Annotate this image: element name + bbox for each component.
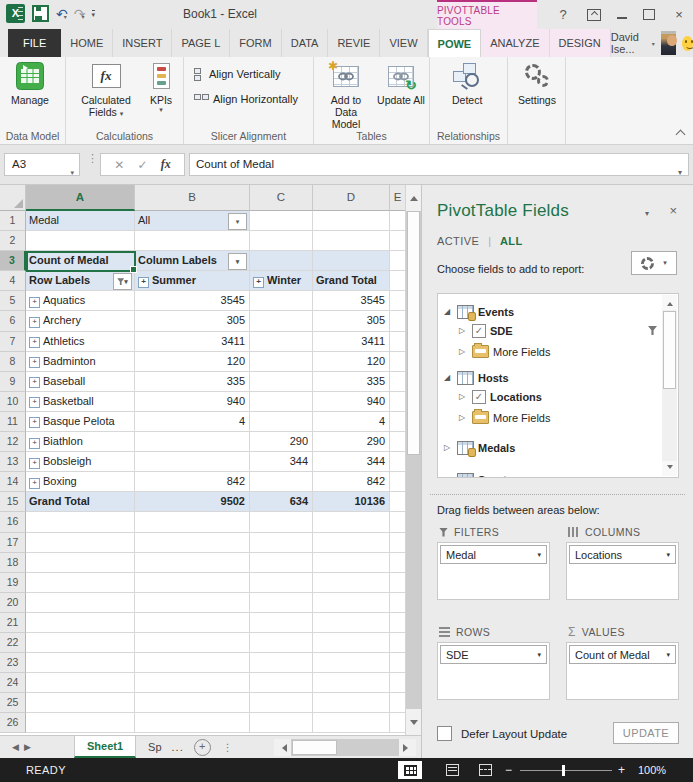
cell-b1[interactable]: All ▾ xyxy=(135,211,250,231)
row-header[interactable]: 1 xyxy=(0,211,26,231)
minimize-button[interactable] xyxy=(617,17,627,19)
filter-dropdown-icon[interactable]: ▾ xyxy=(228,253,247,270)
ribbon-display-options-icon[interactable] xyxy=(587,9,601,21)
vertical-scrollbar[interactable] xyxy=(405,185,421,735)
close-button[interactable]: × xyxy=(671,7,687,22)
scrollbar-thumb[interactable] xyxy=(663,311,676,389)
row-header[interactable]: 9 xyxy=(0,372,26,392)
winter-value-cell[interactable] xyxy=(250,332,313,352)
sport-cell[interactable]: +Aquatics xyxy=(26,291,135,311)
total-value-cell[interactable]: 3545 xyxy=(313,291,390,311)
checkbox-checked-icon[interactable]: ✓ xyxy=(472,324,486,338)
calculated-fields-button[interactable]: fx Calculated Fields ▾ xyxy=(74,60,138,120)
new-sheet-icon[interactable]: + xyxy=(194,739,211,756)
field-table-hosts[interactable]: ◢ Hosts xyxy=(438,368,666,387)
update-all-button[interactable]: ↻ Update All xyxy=(376,60,426,106)
expand-formula-bar-icon[interactable]: ▾ xyxy=(678,162,682,183)
column-header-e[interactable]: E xyxy=(390,185,405,211)
field-table-sports[interactable]: ▷ Sports xyxy=(438,470,666,478)
total-value-cell[interactable]: 120 xyxy=(313,352,390,372)
defer-checkbox[interactable] xyxy=(437,726,452,741)
feedback-smiley-icon[interactable] xyxy=(682,36,693,51)
sheet-nav-icons[interactable]: ◀ ▶ xyxy=(12,742,34,752)
expand-icon[interactable]: + xyxy=(29,377,40,388)
row-header[interactable]: 24 xyxy=(0,673,26,693)
row-header[interactable]: 17 xyxy=(0,533,26,553)
collapse-tree-icon[interactable]: ◢ xyxy=(444,373,453,382)
rows-field-chip[interactable]: SDE▾ xyxy=(440,645,547,664)
winter-value-cell[interactable] xyxy=(250,352,313,372)
row-header[interactable]: 13 xyxy=(0,452,26,472)
row-header[interactable]: 20 xyxy=(0,593,26,613)
tab-page-layout[interactable]: PAGE L xyxy=(172,29,230,57)
sport-cell[interactable]: +Baseball xyxy=(26,372,135,392)
zoom-out-icon[interactable]: − xyxy=(505,763,512,777)
restore-button[interactable] xyxy=(643,9,655,20)
expand-icon[interactable]: + xyxy=(138,277,149,288)
field-filter-icon[interactable] xyxy=(648,326,657,335)
row-header[interactable]: 15 xyxy=(0,492,26,512)
field-table-events[interactable]: ◢ Events xyxy=(438,302,666,321)
row-header[interactable]: 7 xyxy=(0,332,26,352)
sheet-tab-sheet1[interactable]: Sheet1 xyxy=(74,736,136,758)
user-menu-caret-icon[interactable]: ▾ xyxy=(652,40,655,47)
row-header[interactable]: 23 xyxy=(0,653,26,673)
tab-review[interactable]: REVIE xyxy=(328,29,380,57)
row-header[interactable]: 6 xyxy=(0,311,26,331)
total-value-cell[interactable]: 335 xyxy=(313,372,390,392)
scroll-left-icon[interactable] xyxy=(274,739,291,756)
horizontal-scrollbar[interactable] xyxy=(274,739,416,756)
field-locations[interactable]: ▷ ✓ Locations xyxy=(438,387,679,406)
collapse-ribbon-icon[interactable] xyxy=(675,128,685,138)
sport-cell[interactable]: +Badminton xyxy=(26,352,135,372)
zoom-slider[interactable] xyxy=(520,770,612,771)
help-button[interactable]: ? xyxy=(555,7,571,22)
total-value-cell[interactable]: 3411 xyxy=(313,332,390,352)
scroll-down-icon[interactable] xyxy=(662,461,677,476)
tab-home[interactable]: HOME xyxy=(61,29,113,57)
insert-function-icon[interactable]: fx xyxy=(161,157,171,172)
expand-icon[interactable]: + xyxy=(29,357,40,368)
row-header[interactable]: 22 xyxy=(0,633,26,653)
scroll-up-icon[interactable] xyxy=(662,295,677,310)
tab-analyze[interactable]: ANALYZE xyxy=(481,29,549,57)
name-box[interactable]: A3 ▾ xyxy=(4,153,80,176)
sport-cell[interactable]: +Athletics xyxy=(26,332,135,352)
column-header-a[interactable]: A xyxy=(26,185,135,211)
tab-all-fields[interactable]: ALL xyxy=(500,235,523,247)
scroll-down-icon[interactable] xyxy=(406,709,421,735)
expand-tree-icon[interactable]: ▷ xyxy=(444,475,453,478)
checkbox-checked-icon[interactable]: ✓ xyxy=(472,390,486,404)
total-value-cell[interactable]: 305 xyxy=(313,311,390,331)
formula-input[interactable]: Count of Medal ▾ xyxy=(189,153,689,176)
row-header[interactable]: 16 xyxy=(0,512,26,532)
row-header[interactable]: 5 xyxy=(0,291,26,311)
field-more-fields-events[interactable]: ▷ More Fields xyxy=(438,342,679,361)
row-header[interactable]: 18 xyxy=(0,553,26,573)
filters-area-box[interactable]: Medal▾ xyxy=(437,542,550,600)
field-list-scrollbar[interactable] xyxy=(662,295,677,476)
update-button[interactable]: UPDATE xyxy=(613,722,679,744)
expand-icon[interactable]: + xyxy=(29,297,40,308)
row-header[interactable]: 2 xyxy=(0,231,26,251)
zoom-level[interactable]: 100% xyxy=(638,764,666,776)
filter-dropdown-icon[interactable]: ▾ xyxy=(228,213,247,230)
collapse-tree-icon[interactable]: ◢ xyxy=(444,307,453,316)
sheet-tab-partial[interactable]: Sp xyxy=(142,741,167,753)
row-header[interactable]: 11 xyxy=(0,412,26,432)
column-header-b[interactable]: B xyxy=(135,185,250,211)
expand-icon[interactable]: + xyxy=(29,478,40,489)
user-avatar[interactable] xyxy=(661,31,677,55)
expand-icon[interactable]: + xyxy=(29,317,40,328)
summer-value-cell[interactable]: 335 xyxy=(135,372,250,392)
row-header[interactable]: 21 xyxy=(0,613,26,633)
sport-cell[interactable]: +Biathlon xyxy=(26,432,135,452)
sport-cell[interactable]: +Bobsleigh xyxy=(26,452,135,472)
winter-value-cell[interactable] xyxy=(250,472,313,492)
cell-d4[interactable]: Grand Total xyxy=(313,271,390,291)
summer-value-cell[interactable]: 842 xyxy=(135,472,250,492)
tab-file[interactable]: FILE xyxy=(8,29,61,57)
zoom-in-icon[interactable]: + xyxy=(618,763,625,777)
confirm-entry-icon[interactable]: ✓ xyxy=(138,158,148,172)
hidden-sheets-indicator[interactable]: ... xyxy=(172,741,184,753)
